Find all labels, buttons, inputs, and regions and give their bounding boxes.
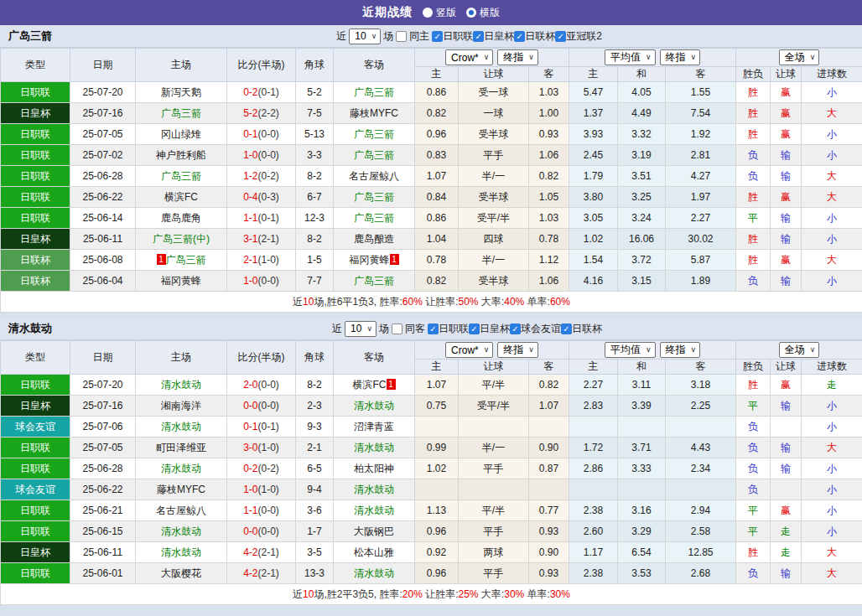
recent-count-select[interactable]: 10∨: [345, 321, 376, 337]
league-checkbox[interactable]: ✓: [510, 324, 521, 334]
team-name-text: 名古屋鲸八: [349, 170, 399, 182]
team-cell: 新泻天鹅: [136, 82, 227, 103]
horizontal-mode-radio[interactable]: 横版: [466, 6, 500, 20]
league-checkbox[interactable]: ✓: [473, 31, 484, 42]
chevron-down-icon: ∨: [484, 346, 490, 354]
team-name-text: 藤枝MYFC: [157, 484, 205, 495]
handicap-home-odds: 1.13: [415, 500, 459, 521]
vertical-mode-radio[interactable]: 竖版: [423, 6, 456, 20]
match-row: 日职联25-07-20清水鼓动2-0(0-0)8-2横滨FC11.07平/半0.…: [1, 375, 862, 396]
sub-column-header: 让球: [459, 67, 529, 82]
fulltime-score: 2-0: [243, 379, 257, 391]
bookmaker-select[interactable]: Crow*∨: [445, 49, 493, 65]
date-cell: 25-07-16: [70, 103, 136, 124]
avg-type-select[interactable]: 终指∨: [660, 49, 701, 65]
result-handicap: 输: [771, 208, 802, 229]
fulltime-score: 3-0: [243, 442, 257, 453]
filter-controls: 近 10∨ 场 同主 ✓日职联✓日皇杯✓日联杯✓亚冠联2: [336, 28, 602, 44]
scope-select[interactable]: 全场∨: [779, 49, 820, 65]
result-wdl: 胜: [736, 103, 771, 124]
result-wdl: 胜: [736, 375, 771, 396]
date-cell: 25-07-16: [70, 396, 136, 417]
team-name-text: 福冈黄蜂: [350, 254, 390, 266]
avg-draw-odds: 3.71: [618, 437, 666, 458]
result-group-header: 全场∨: [736, 341, 862, 360]
score-cell: 1-0(0-0): [227, 145, 296, 166]
team-cell: 广岛三箭: [334, 82, 415, 103]
title-bar: 近期战绩 竖版 横版: [0, 0, 862, 25]
odds-type-select[interactable]: 终指∨: [497, 342, 538, 358]
same-venue-checkbox[interactable]: [396, 31, 407, 42]
result-handicap: 赢: [771, 250, 802, 271]
halftime-score: (2-1): [258, 567, 279, 579]
date-cell: 25-06-28: [70, 458, 136, 479]
average-select-value: 平均值: [610, 343, 641, 357]
handicap-line: 受一球: [459, 82, 529, 103]
odds-type-select[interactable]: 终指∨: [497, 49, 538, 65]
result-wdl: 平: [736, 500, 771, 521]
avg-type-select-value: 终指: [666, 50, 686, 65]
bookmaker-select[interactable]: Crow*∨: [445, 342, 493, 358]
league-checkbox[interactable]: ✓: [555, 31, 566, 42]
halftime-score: (0-0): [258, 525, 279, 537]
avg-home-odds: 5.47: [569, 82, 618, 103]
halftime-score: (0-0): [258, 275, 279, 287]
sub-column-header: 进球数: [802, 360, 862, 375]
average-select-value: 平均值: [610, 50, 641, 65]
column-header: 客场: [334, 49, 415, 82]
team-cell: 清水鼓动: [334, 500, 415, 521]
column-header: 类型: [1, 341, 70, 375]
team-name-text: 广岛三箭: [354, 191, 394, 203]
handicap-home-odds: 0.78: [415, 250, 459, 271]
handicap-away-odds: 1.03: [529, 208, 569, 229]
avg-draw-odds: 3.11: [618, 375, 666, 396]
corner-cell: 5-13: [296, 124, 334, 145]
column-header: 主场: [136, 49, 227, 82]
result-wdl: 负: [736, 563, 771, 584]
score-cell: 0-4(0-3): [227, 187, 296, 208]
date-cell: 25-07-06: [70, 417, 136, 437]
score-cell: 4-2(2-1): [227, 563, 296, 584]
chevron-down-icon: ∨: [366, 325, 372, 333]
corner-cell: 12-3: [296, 208, 334, 229]
avg-draw-odds: 3.16: [618, 500, 666, 521]
halftime-score: (2-2): [258, 107, 279, 119]
handicap-home-odds: 1.02: [415, 458, 459, 479]
league-checkbox[interactable]: ✓: [514, 31, 525, 42]
league-checkbox[interactable]: ✓: [432, 31, 443, 42]
league-checkbox-group: ✓日职联✓日皇杯✓日联杯✓亚冠联2: [432, 29, 602, 44]
avg-group-header: 平均值∨终指∨: [569, 49, 736, 67]
match-row: 日职联25-06-22横滨FC0-4(0-3)6-7广岛三箭0.84受半球1.0…: [1, 187, 862, 208]
scope-select-value: 全场: [785, 343, 805, 357]
avg-group-header: 平均值∨终指∨: [569, 341, 736, 360]
avg-away-odds: 12.85: [666, 542, 736, 563]
summary-segment: 近: [293, 588, 303, 600]
near-label: 近: [336, 29, 346, 44]
team-cell: 横滨FC1: [334, 375, 415, 396]
result-goals: 小: [802, 229, 862, 250]
same-venue-checkbox[interactable]: [392, 324, 402, 334]
match-row: 日职联25-06-21名古屋鲸八1-1(0-0)3-6清水鼓动1.13平/半0.…: [1, 500, 862, 521]
average-select[interactable]: 平均值∨: [605, 49, 656, 65]
avg-type-select[interactable]: 终指∨: [660, 342, 701, 358]
average-select[interactable]: 平均值∨: [605, 342, 656, 358]
sub-column-header: 和: [618, 360, 666, 375]
result-goals: 大: [802, 103, 862, 124]
match-row: 日职联25-07-20新泻天鹅0-2(0-1)5-2广岛三箭0.86受一球1.0…: [1, 82, 862, 103]
avg-home-odds: 2.38: [569, 563, 618, 584]
league-checkbox[interactable]: ✓: [428, 324, 439, 334]
handicap-away-odds: 0.93: [529, 124, 569, 145]
result-wdl: 负: [736, 479, 771, 500]
column-header: 比分(半场): [227, 49, 296, 82]
team-name-text: 名古屋鲸八: [156, 505, 206, 516]
score-cell: 1-1(0-0): [227, 500, 296, 521]
scope-select[interactable]: 全场∨: [779, 342, 820, 358]
recent-count-select[interactable]: 10∨: [349, 28, 381, 44]
league-checkbox[interactable]: ✓: [561, 324, 572, 334]
league-checkbox[interactable]: ✓: [469, 324, 480, 334]
result-wdl: 负: [736, 458, 771, 479]
team-name-text: 鹿岛酿造: [354, 233, 394, 245]
team-name-text: 广岛三箭: [354, 212, 394, 224]
league-label: 日皇杯: [484, 29, 514, 44]
result-handicap: 赢: [771, 103, 802, 124]
